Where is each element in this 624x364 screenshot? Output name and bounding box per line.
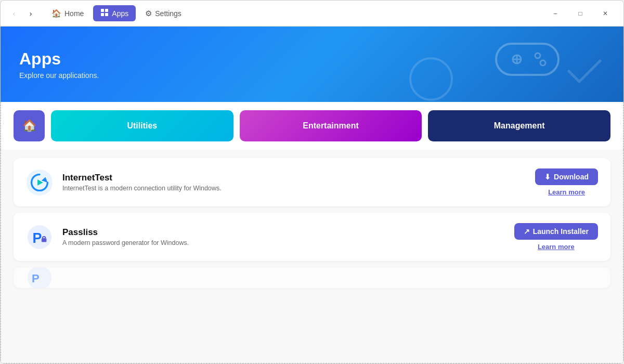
forward-button[interactable]: › [23, 6, 38, 21]
svg-rect-0 [101, 9, 104, 12]
internettest-name: InternetTest [62, 173, 526, 183]
category-home-button[interactable]: 🏠 [14, 110, 45, 141]
app-card-passliss: P Passliss A modern password generator f… [14, 213, 610, 261]
svg-text:P: P [33, 230, 42, 245]
internettest-learn-label: Learn more [548, 188, 585, 196]
circle-decoration [405, 53, 457, 102]
internettest-actions: ⬇ Download Learn more [535, 168, 598, 196]
apps-icon [100, 8, 109, 18]
hero-subtitle: Explore our applications. [19, 71, 99, 80]
svg-point-6 [535, 53, 540, 58]
svg-rect-4 [496, 44, 558, 75]
passliss-name: Passliss [62, 227, 505, 238]
nav-tabs: 🏠 Home Apps ⚙ Settings [44, 5, 543, 21]
svg-point-10 [410, 58, 452, 100]
passliss-logo: P [26, 224, 53, 251]
minimize-button[interactable]: – [543, 5, 567, 22]
close-button[interactable]: ✕ [593, 5, 617, 22]
svg-rect-1 [105, 9, 108, 12]
app-card-internettest: InternetTest InternetTest is a modern co… [14, 158, 610, 206]
category-management-button[interactable]: Management [428, 110, 610, 141]
settings-icon: ⚙ [145, 9, 152, 18]
app-card-partial: P [14, 267, 610, 288]
titlebar: ‹ › 🏠 Home Apps ⚙ [1, 1, 623, 27]
passliss-desc: A modern password generator for Windows. [62, 239, 505, 246]
passliss-launch-button[interactable]: ↗ Launch Installer [514, 223, 598, 240]
back-button[interactable]: ‹ [7, 6, 21, 21]
home-icon: 🏠 [51, 9, 61, 18]
navigation-controls: ‹ › [7, 6, 38, 21]
svg-rect-3 [105, 13, 108, 16]
hero-banner: Apps Explore our applications. [1, 27, 623, 102]
passliss-launch-label: Launch Installer [533, 227, 589, 236]
main-window: ‹ › 🏠 Home Apps ⚙ [0, 0, 624, 364]
internettest-logo [26, 169, 53, 196]
external-link-icon: ↗ [524, 227, 530, 236]
tab-settings-label: Settings [155, 9, 181, 18]
window-controls: – □ ✕ [543, 5, 617, 22]
maximize-button[interactable]: □ [568, 5, 592, 22]
hero-text: Apps Explore our applications. [19, 49, 99, 79]
category-utilities-button[interactable]: Utilities [51, 110, 233, 141]
passliss-info: Passliss A modern password generator for… [62, 227, 505, 246]
category-entertainment-button[interactable]: Entertainment [240, 110, 422, 141]
internettest-info: InternetTest InternetTest is a modern co… [62, 173, 526, 192]
tab-home-label: Home [64, 9, 84, 18]
tab-home[interactable]: 🏠 Home [44, 6, 91, 21]
hero-title: Apps [19, 49, 99, 69]
svg-point-16 [28, 267, 51, 288]
download-icon: ⬇ [544, 173, 551, 181]
partial-logo: P [26, 267, 53, 288]
internettest-desc: InternetTest is a modern connection util… [62, 185, 526, 192]
checkmark-decoration [561, 48, 608, 97]
internettest-download-label: Download [554, 173, 589, 181]
svg-text:P: P [32, 272, 40, 285]
passliss-actions: ↗ Launch Installer Learn more [514, 223, 598, 251]
passliss-learn-label: Learn more [538, 243, 575, 251]
gamepad-icon [493, 36, 561, 85]
category-bar: 🏠 Utilities Entertainment Management [1, 102, 623, 150]
tab-settings[interactable]: ⚙ Settings [138, 6, 189, 21]
internettest-download-button[interactable]: ⬇ Download [535, 168, 598, 185]
svg-point-7 [540, 60, 545, 66]
apps-list: InternetTest InternetTest is a modern co… [1, 150, 623, 363]
svg-rect-15 [42, 238, 47, 242]
passliss-learn-button[interactable]: Learn more [538, 243, 575, 251]
svg-rect-2 [101, 13, 104, 16]
internettest-learn-button[interactable]: Learn more [548, 188, 585, 196]
tab-apps-label: Apps [112, 9, 128, 18]
tab-apps[interactable]: Apps [93, 5, 136, 21]
